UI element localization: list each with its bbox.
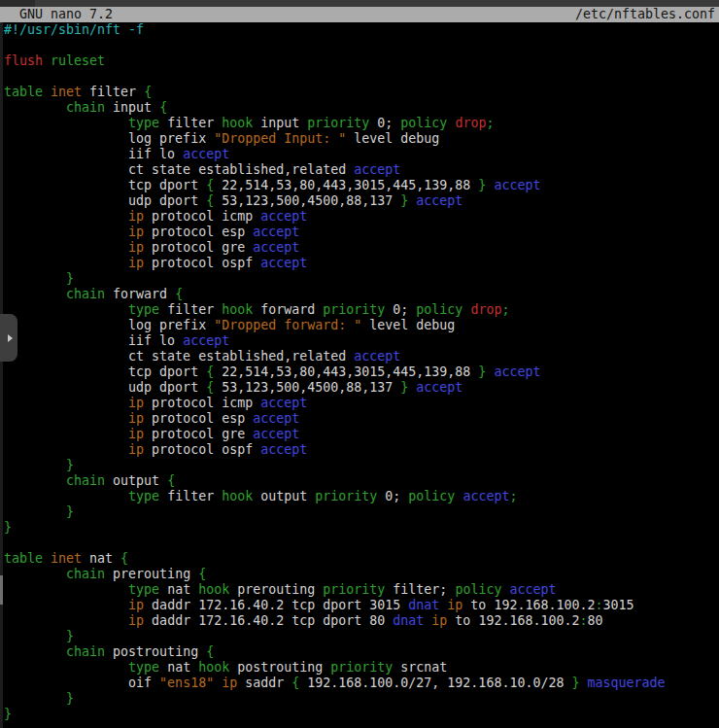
code-token: drop <box>455 116 486 130</box>
code-line: ct state established,related accept <box>4 349 719 364</box>
code-token: 0; <box>369 116 400 130</box>
editor-content[interactable]: #!/usr/sbin/nft -fflush rulesettable ine… <box>4 22 719 722</box>
code-token: tcp dport <box>4 364 206 379</box>
code-line <box>4 69 719 85</box>
code-line: ip protocol ospf accept <box>4 256 719 271</box>
code-token: "Dropped forward: " <box>214 318 361 332</box>
code-line: } <box>4 271 719 287</box>
code-line: oif "ens18" ip saddr { 192.168.100.0/27,… <box>4 676 719 691</box>
code-token <box>4 396 128 410</box>
code-line: type filter hook output priority 0; poli… <box>4 489 719 504</box>
code-token: filter <box>159 116 222 130</box>
code-token: oif <box>4 676 159 690</box>
code-token <box>4 691 66 706</box>
code-token: type <box>128 302 159 317</box>
code-token: masquerade <box>587 676 665 690</box>
code-token: chain <box>66 473 105 488</box>
code-token: accept <box>416 193 462 208</box>
left-scrollbar-thumb[interactable] <box>0 575 3 605</box>
code-token <box>4 411 128 426</box>
code-token <box>4 442 128 457</box>
code-token: priority <box>323 582 385 597</box>
code-token <box>4 116 128 130</box>
code-token: chain <box>66 100 105 115</box>
code-token: hook <box>198 582 229 597</box>
control-bar-handle[interactable] <box>0 314 17 362</box>
code-line: ip protocol esp accept <box>4 225 719 240</box>
code-line: iif lo accept <box>4 147 719 162</box>
code-token: policy <box>400 116 447 130</box>
code-token <box>4 271 66 286</box>
code-line <box>4 536 719 551</box>
code-line: } <box>4 458 719 473</box>
code-token: forward <box>253 302 323 317</box>
code-token: { <box>206 364 214 379</box>
code-token: accept <box>183 147 229 161</box>
code-token <box>4 644 66 659</box>
code-token: to 192.168.100.2 <box>462 598 595 612</box>
code-token: ip <box>128 598 144 612</box>
code-line: table inet nat { <box>4 551 719 567</box>
code-token: level debug <box>361 318 455 332</box>
code-line: } <box>4 707 719 722</box>
code-token <box>4 629 66 643</box>
code-token: ip <box>128 427 144 441</box>
code-token: log prefix <box>4 318 214 332</box>
code-token: accept <box>253 411 299 426</box>
code-token: ip <box>222 676 237 690</box>
code-token: accept <box>416 380 462 395</box>
open-file-path: /etc/nftables.conf <box>575 7 715 22</box>
code-token: } <box>4 520 12 535</box>
code-token: chain <box>66 567 105 581</box>
code-token: type <box>128 489 159 503</box>
code-token: accept <box>494 364 540 379</box>
code-token: nat <box>159 582 198 597</box>
code-token: postrouting <box>105 644 206 659</box>
code-line: ip daddr 172.16.40.2 tcp dport 3015 dnat… <box>4 598 719 613</box>
code-token: ct state established,related <box>4 349 354 364</box>
code-token: table <box>4 85 43 99</box>
code-token: ip <box>128 209 144 224</box>
code-line: ip protocol esp accept <box>4 411 719 427</box>
code-line: ip protocol icmp accept <box>4 396 719 411</box>
code-token: dnat <box>408 598 439 612</box>
code-line: ip protocol icmp accept <box>4 209 719 225</box>
code-token: hook <box>198 660 229 675</box>
code-token <box>4 660 128 675</box>
code-token: protocol esp <box>144 225 253 239</box>
code-token <box>4 598 128 612</box>
code-token: output <box>105 473 167 488</box>
code-token: ; <box>501 302 509 317</box>
code-token: { <box>159 100 167 115</box>
code-token: 0; <box>377 489 408 503</box>
code-token: protocol icmp <box>144 209 260 224</box>
code-token <box>4 567 66 581</box>
code-token <box>43 85 51 99</box>
code-token <box>4 209 128 224</box>
code-token: hook <box>222 302 253 317</box>
code-token: protocol ospf <box>144 442 260 457</box>
code-token: hook <box>222 489 253 503</box>
code-token <box>4 489 128 503</box>
code-line: } <box>4 504 719 520</box>
code-token: to 192.168.100.2 <box>447 613 579 628</box>
code-token: ip <box>128 225 144 239</box>
code-token: flush <box>4 53 43 68</box>
code-line: chain output { <box>4 473 719 489</box>
code-token: srcnat <box>393 660 447 675</box>
code-token: priority <box>315 489 377 503</box>
code-token: { <box>206 193 214 208</box>
code-token: type <box>128 660 159 675</box>
code-token: } <box>66 458 74 472</box>
code-token: { <box>120 551 128 566</box>
code-token: protocol icmp <box>144 396 260 410</box>
code-token <box>4 240 128 255</box>
code-token: postrouting <box>229 660 330 675</box>
code-token: protocol gre <box>144 427 253 441</box>
code-token: { <box>206 178 214 192</box>
code-token: accept <box>354 162 400 177</box>
code-token: ; <box>509 489 517 503</box>
code-token: udp dport <box>4 193 206 208</box>
code-token: ip <box>128 240 144 255</box>
code-token: 22,514,53,80,443,3015,445,139,88 <box>214 178 478 192</box>
